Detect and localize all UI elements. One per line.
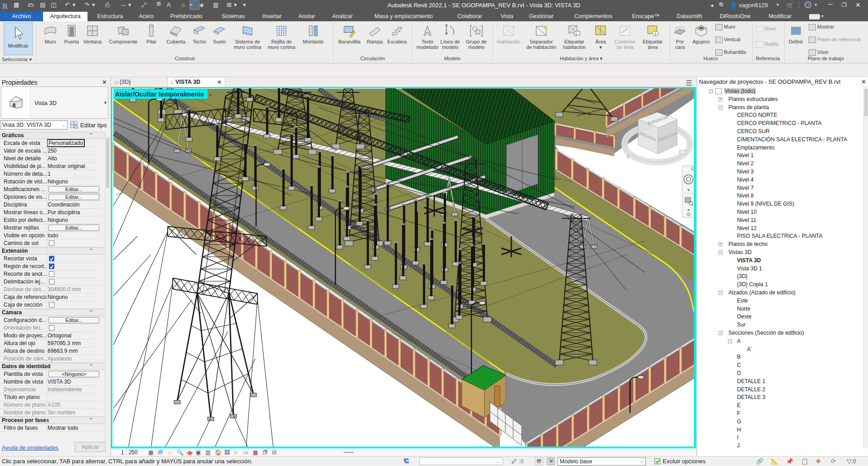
svg-text:x: x [692, 168, 693, 170]
svg-text:1: 1 [575, 32, 577, 36]
svg-text:R: R [2, 2, 8, 10]
svg-text:S: S [626, 154, 630, 159]
svg-text:1: 1 [655, 32, 657, 36]
svg-text:Aislar/Ocultar temporalmente: Aislar/Ocultar temporalmente [115, 91, 204, 98]
